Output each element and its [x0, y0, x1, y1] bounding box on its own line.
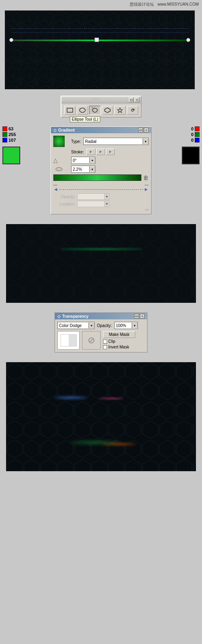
swatch-green-right — [195, 132, 200, 137]
watermark-site: 思综设计论坛 — [130, 2, 154, 6]
palette-close-btn[interactable]: × — [135, 97, 139, 102]
transparency-collapse-btn[interactable]: << — [134, 314, 139, 319]
canvas-1 — [5, 10, 195, 89]
watermark-url: www.MISSYUAN.COM — [158, 2, 199, 6]
tool-ellipse-active[interactable]: Ellipse Tool (L) — [89, 106, 101, 115]
location-dropdown-arrow[interactable]: ▼ — [104, 201, 109, 207]
star-icon — [117, 107, 123, 113]
swatch-red-left — [2, 126, 7, 131]
transparency-thumbnail[interactable] — [57, 331, 80, 350]
gradient-panel-icon: ◇ — [53, 128, 57, 132]
no-symbol-icon: ⊘ — [88, 335, 95, 346]
transparency-titlebar: ◇ Transparency << ≡ — [55, 313, 147, 319]
tool-ellipse-full[interactable] — [77, 106, 88, 115]
blend-mode-dropdown[interactable]: Color Dodge ▼ — [57, 322, 95, 329]
gradient-menu-btn[interactable]: ≡ — [144, 128, 149, 132]
resize-handle[interactable]: ▪▪▪ — [53, 208, 149, 212]
gradient-type-row: Type: Radial ▼ — [53, 136, 149, 147]
gradient-handle-center[interactable] — [95, 38, 99, 42]
stroke-btn-1[interactable]: F — [86, 149, 95, 155]
transparency-right-controls: Make Mask Clip Invert Mask — [103, 331, 135, 349]
opacity-dropdown-arrow[interactable]: ▼ — [104, 194, 109, 199]
transparency-section: ◇ Transparency << ≡ Color Dodge — [0, 309, 202, 356]
tool-spiral[interactable] — [127, 106, 138, 115]
gradient-panel-body: Type: Radial ▼ Stroke: F F — [51, 133, 151, 214]
gradient-dashed-line — [59, 189, 143, 190]
aspect-dropdown-arrow[interactable]: ▼ — [89, 166, 95, 172]
transparency-panel: ◇ Transparency << ≡ Color Dodge — [55, 313, 147, 352]
svg-rect-17 — [6, 362, 196, 471]
angle-dropdown-arrow[interactable]: ▼ — [89, 157, 95, 163]
tool-polygon[interactable] — [102, 106, 113, 115]
svg-point-6 — [93, 108, 97, 112]
glow-orange — [103, 443, 135, 445]
tool-palette: ········ << × — [61, 96, 141, 117]
angle-dropdown[interactable]: 0° ▼ — [71, 157, 95, 164]
gradient-stop-right[interactable] — [145, 181, 149, 185]
glow-blue — [55, 396, 87, 399]
delete-gradient-btn[interactable]: 🗑 — [143, 174, 149, 181]
opacity-dropdown-trans[interactable]: 100% ▼ — [114, 322, 138, 329]
watermark: 思综设计论坛 www.MISSYUAN.COM — [0, 0, 202, 8]
swatch-blue-right — [195, 138, 200, 143]
type-label: Type: — [71, 139, 81, 144]
spiral-icon — [129, 107, 136, 113]
left-dashed-arrow: ◄ — [53, 187, 58, 192]
swatch-red-right — [195, 126, 200, 131]
swatch-blue-left — [2, 138, 7, 143]
stroke-btn-3[interactable]: F — [106, 149, 115, 155]
canvas-3 — [6, 362, 196, 471]
transparency-thumb-inner — [61, 334, 77, 346]
stroke-buttons: F F F — [86, 149, 115, 155]
invert-mask-checkbox[interactable] — [103, 345, 107, 349]
gradient-stops — [53, 181, 149, 185]
transparency-menu-btn[interactable]: ≡ — [140, 314, 145, 319]
transparency-title: Transparency — [62, 314, 88, 319]
type-dropdown-arrow[interactable]: ▼ — [143, 138, 148, 144]
make-mask-button[interactable]: Make Mask — [103, 331, 135, 338]
opacity-field-row: Opacity: ▼ — [53, 193, 149, 200]
gradient-stop-left[interactable] — [53, 181, 57, 185]
stroke-btn-2[interactable]: F — [96, 149, 105, 155]
type-dropdown[interactable]: Radial ▼ — [83, 138, 149, 145]
transparency-preview-area: ⊘ Make Mask Clip Invert Mask — [57, 331, 145, 350]
svg-marker-9 — [118, 108, 122, 113]
canvas-2-wrapper — [0, 219, 202, 308]
tool-rect[interactable] — [64, 106, 76, 115]
left-color-swatches: 63 255 107 — [2, 126, 16, 143]
ellipse-tool-icon — [92, 107, 98, 113]
gradient-handle-right[interactable] — [186, 38, 190, 42]
gradient-angle-row: △ 0° ▼ — [53, 157, 149, 164]
right-color-swatches: 0 0 0 — [191, 126, 200, 143]
opacity-dropdown-arrow-trans[interactable]: ▼ — [132, 323, 137, 328]
gradient-collapse-btn[interactable]: << — [138, 128, 143, 132]
canvas2-glow — [61, 248, 141, 250]
gradient-preview — [53, 136, 65, 147]
clip-checkbox[interactable] — [103, 340, 107, 344]
opacity-field[interactable]: ▼ — [77, 193, 109, 200]
gradient-bar[interactable] — [53, 174, 141, 181]
right-dashed-arrow: ► — [144, 187, 149, 192]
svg-rect-14 — [6, 224, 196, 303]
canvas-3-wrapper — [0, 357, 202, 478]
gradient-aspect-row: 2.2% ▼ — [53, 166, 149, 173]
gradient-handle-left[interactable] — [9, 38, 13, 42]
location-field[interactable]: ▼ — [77, 201, 109, 207]
ellipse-tooltip: Ellipse Tool (L) — [70, 116, 100, 122]
opacity-value-trans: 100% — [115, 323, 132, 328]
transparency-blend-row: Color Dodge ▼ Opacity: 100% ▼ — [57, 322, 145, 329]
aspect-dropdown[interactable]: 2.2% ▼ — [71, 166, 95, 173]
palette-collapse-btn[interactable]: << — [129, 97, 134, 102]
transparency-no-mask[interactable]: ⊘ — [82, 331, 101, 350]
glow-pink — [99, 398, 123, 399]
gradient-arrow-row: ◄ ► — [53, 187, 149, 192]
clip-label: Clip — [108, 339, 115, 344]
svg-marker-8 — [105, 108, 110, 113]
blend-dropdown-arrow[interactable]: ▼ — [88, 323, 94, 328]
angle-icon: △ — [53, 157, 65, 164]
location-field-row: Location: ▼ — [53, 201, 149, 207]
svg-rect-4 — [67, 108, 73, 112]
svg-point-5 — [80, 108, 85, 113]
tool-star[interactable] — [114, 106, 126, 115]
opacity-label: Opacity: — [53, 195, 76, 199]
